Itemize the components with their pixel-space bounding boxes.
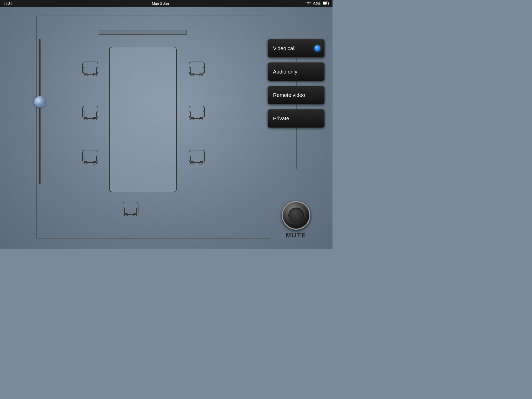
svg-rect-18 <box>189 62 204 74</box>
svg-rect-27 <box>203 112 204 117</box>
chair-left-1 <box>81 60 100 78</box>
status-bar: 11:31 Mon 3 Jun 64% <box>0 0 332 7</box>
battery-icon <box>323 2 329 6</box>
svg-rect-12 <box>96 112 98 117</box>
status-time: 11:31 <box>3 2 12 6</box>
svg-rect-26 <box>189 112 191 117</box>
svg-rect-32 <box>203 156 204 161</box>
private-label: Private <box>273 116 289 122</box>
svg-rect-2 <box>323 2 327 4</box>
chair-left-2 <box>81 104 100 122</box>
screen-bar <box>99 30 187 35</box>
mute-container: MUTE <box>268 201 325 239</box>
video-call-indicator <box>315 45 320 51</box>
battery-percentage: 64% <box>313 2 321 6</box>
chair-right-2 <box>187 104 207 122</box>
right-panel: Video call Audio only Remote video Priva… <box>268 39 325 128</box>
svg-rect-13 <box>83 150 98 163</box>
remote-video-button[interactable]: Remote video <box>268 86 325 104</box>
chair-right-1 <box>187 60 207 78</box>
svg-rect-23 <box>189 106 204 118</box>
svg-rect-3 <box>83 62 98 74</box>
wifi-icon <box>307 2 311 6</box>
svg-rect-33 <box>123 202 138 215</box>
svg-rect-37 <box>137 208 138 213</box>
video-call-button[interactable]: Video call <box>268 39 325 58</box>
private-button[interactable]: Private <box>268 109 325 128</box>
audio-only-button[interactable]: Audio only <box>268 62 325 81</box>
svg-rect-22 <box>203 68 204 73</box>
audio-only-label: Audio only <box>273 69 297 75</box>
svg-rect-7 <box>96 68 98 73</box>
mute-button[interactable] <box>282 201 310 230</box>
conference-table <box>109 47 177 192</box>
svg-rect-1 <box>328 3 329 4</box>
svg-rect-28 <box>189 150 204 163</box>
svg-rect-36 <box>123 208 124 213</box>
status-right: 64% <box>307 2 329 6</box>
mute-label: MUTE <box>286 232 307 239</box>
svg-rect-8 <box>83 106 98 118</box>
video-call-label: Video call <box>273 45 295 51</box>
svg-rect-16 <box>83 156 84 161</box>
chair-right-3 <box>187 148 207 166</box>
volume-slider-track <box>39 39 41 184</box>
remote-video-label: Remote video <box>273 92 305 98</box>
svg-rect-17 <box>96 156 98 161</box>
volume-slider-thumb[interactable] <box>34 96 45 108</box>
svg-rect-31 <box>189 156 191 161</box>
status-date: Mon 3 Jun <box>152 2 169 6</box>
svg-rect-6 <box>83 68 84 73</box>
chair-bottom-1 <box>121 200 140 218</box>
svg-rect-11 <box>83 112 84 117</box>
svg-rect-21 <box>189 68 191 73</box>
chair-left-3 <box>81 148 100 166</box>
